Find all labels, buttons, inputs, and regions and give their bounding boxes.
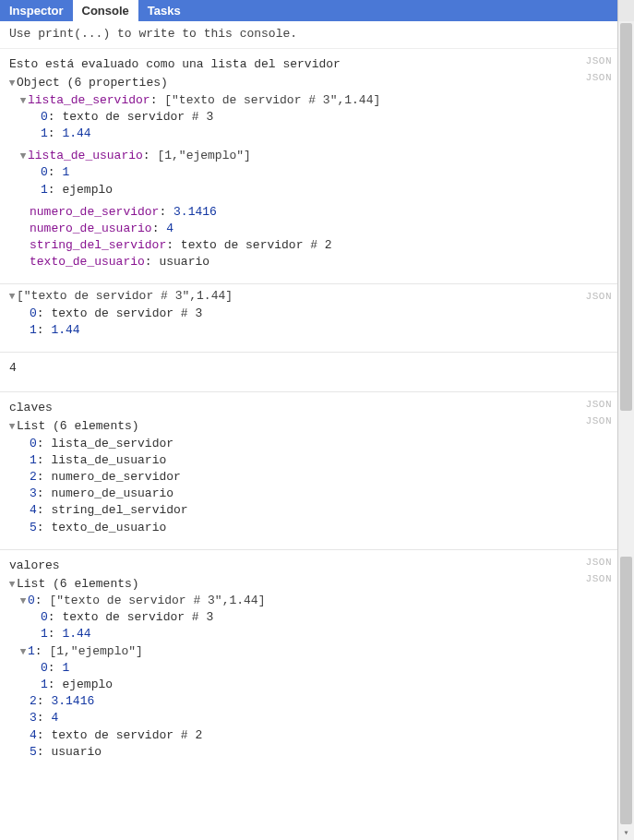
array-index: 1 — [30, 322, 37, 339]
log-title: Esto está evaluado como una lista del se… — [7, 53, 610, 75]
array-value: string_del_servidor — [51, 502, 187, 519]
tab-tasks[interactable]: Tasks — [138, 0, 190, 21]
log-value: 4 — [7, 356, 610, 378]
prop-value: 4 — [166, 221, 173, 237]
array-preview[interactable]: [1,"ejemplo"] — [157, 148, 250, 164]
array-index: 4 — [30, 727, 37, 744]
scrollbar[interactable]: ▾ — [618, 21, 634, 840]
log-entry: JSON ▼ ["texto de servidor # 3",1.44] 0:… — [0, 283, 617, 352]
array-index: 0 — [41, 660, 48, 677]
array-index: 3 — [30, 486, 37, 502]
array-value: texto_de_usuario — [51, 520, 166, 536]
chevron-down-icon[interactable]: ▼ — [18, 645, 28, 659]
array-preview[interactable]: [1,"ejemplo"] — [49, 643, 142, 660]
array-index: 1 — [41, 126, 48, 142]
chevron-down-icon[interactable]: ▼ — [18, 150, 28, 163]
array-value: numero_de_usuario — [51, 486, 173, 502]
prop-value: usuario — [159, 254, 209, 270]
array-value: usuario — [51, 744, 102, 761]
object-summary[interactable]: Object (6 properties) — [17, 75, 168, 91]
array-index: 1 — [41, 626, 48, 642]
chevron-down-icon[interactable]: ▼ — [18, 594, 28, 608]
console-hint: Use print(...) to write to this console. — [0, 21, 617, 49]
array-value: lista_de_servidor — [51, 436, 173, 452]
array-value: ejemplo — [62, 677, 113, 693]
tab-inspector[interactable]: Inspector — [0, 0, 73, 21]
array-value: texto de servidor # 3 — [62, 109, 213, 126]
prop-key[interactable]: lista_de_servidor — [28, 92, 150, 109]
chevron-down-icon[interactable]: ▾ — [618, 827, 634, 840]
array-value: 3.1416 — [51, 693, 94, 710]
log-entry: JSON JSON valores ▼ List (6 elements) ▼ … — [0, 549, 617, 774]
array-preview[interactable]: ["texto de servidor # 3",1.44] — [17, 288, 233, 305]
list-summary[interactable]: List (6 elements) — [17, 576, 139, 593]
array-value: numero_de_servidor — [51, 469, 180, 486]
array-index: 1 — [30, 452, 37, 469]
array-value: 1 — [62, 660, 69, 677]
array-value: texto de servidor # 3 — [51, 306, 202, 322]
array-index: 3 — [30, 710, 37, 726]
array-index: 0 — [28, 593, 35, 609]
scrollbar-thumb[interactable] — [620, 23, 632, 411]
array-index: 5 — [30, 520, 37, 536]
array-value: 1.44 — [62, 626, 90, 642]
chevron-down-icon[interactable]: ▼ — [7, 420, 17, 434]
log-entry: 4 — [0, 352, 617, 391]
array-value: lista_de_usuario — [51, 452, 166, 469]
prop-key[interactable]: numero_de_servidor — [30, 204, 159, 221]
array-index: 5 — [30, 744, 37, 761]
array-index: 0 — [41, 164, 48, 181]
chevron-down-icon[interactable]: ▼ — [7, 578, 17, 592]
tab-console[interactable]: Console — [73, 0, 138, 21]
array-index: 0 — [41, 109, 48, 126]
log-entry: JSON JSON Esto está evaluado como una li… — [0, 49, 617, 283]
array-index: 2 — [30, 693, 37, 710]
array-value: texto de servidor # 2 — [51, 727, 202, 744]
array-index: 0 — [30, 306, 37, 322]
console-output[interactable]: JSON JSON Esto está evaluado como una li… — [0, 49, 617, 840]
log-title: valores — [7, 554, 610, 576]
prop-key[interactable]: texto_de_usuario — [30, 254, 145, 270]
array-value: 1 — [62, 164, 69, 181]
list-summary[interactable]: List (6 elements) — [17, 418, 139, 435]
array-value: ejemplo — [62, 182, 113, 198]
prop-key[interactable]: string_del_servidor — [30, 237, 166, 254]
array-index: 1 — [28, 643, 35, 660]
chevron-down-icon[interactable]: ▼ — [18, 94, 28, 108]
array-preview[interactable]: ["texto de servidor # 3",1.44] — [49, 593, 265, 609]
array-value: 1.44 — [62, 126, 90, 142]
scrollbar-thumb[interactable] — [620, 557, 632, 824]
array-index: 0 — [41, 609, 48, 626]
json-badge[interactable]: JSON — [586, 398, 612, 412]
json-badge[interactable]: JSON — [586, 414, 612, 428]
chevron-down-icon[interactable]: ▼ — [7, 77, 17, 90]
array-index: 2 — [30, 469, 37, 486]
array-index: 4 — [30, 502, 37, 519]
array-preview[interactable]: ["texto de servidor # 3",1.44] — [164, 92, 380, 109]
json-badge[interactable]: JSON — [586, 71, 612, 85]
array-value: 1.44 — [51, 322, 79, 339]
prop-key[interactable]: lista_de_usuario — [28, 148, 143, 164]
prop-value: 3.1416 — [173, 204, 217, 221]
json-badge[interactable]: JSON — [586, 572, 612, 586]
json-badge[interactable]: JSON — [586, 290, 612, 304]
array-value: texto de servidor # 3 — [62, 609, 213, 626]
array-index: 0 — [30, 436, 37, 452]
json-badge[interactable]: JSON — [586, 54, 612, 68]
tab-bar: Inspector Console Tasks — [0, 0, 617, 21]
array-value: 4 — [51, 710, 58, 726]
log-title: claves — [7, 396, 610, 418]
log-entry: JSON JSON claves ▼ List (6 elements) 0: … — [0, 391, 617, 549]
prop-value: texto de servidor # 2 — [181, 237, 332, 254]
json-badge[interactable]: JSON — [586, 556, 612, 570]
chevron-down-icon[interactable]: ▼ — [7, 290, 17, 304]
array-index: 1 — [41, 182, 48, 198]
prop-key[interactable]: numero_de_usuario — [30, 221, 152, 237]
console-panel: Inspector Console Tasks Use print(...) t… — [0, 0, 618, 840]
array-index: 1 — [41, 677, 48, 693]
